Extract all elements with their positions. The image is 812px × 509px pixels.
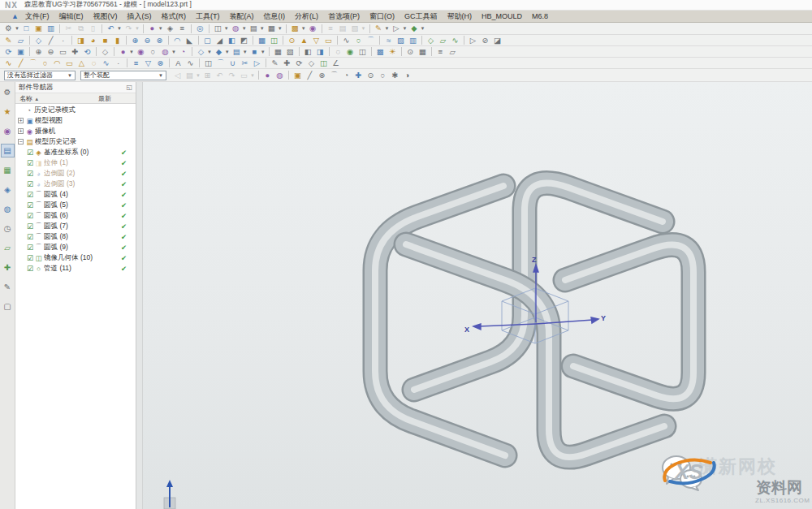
tree-item[interactable]: ☑⌒圆弧 (7)✔ [15, 221, 136, 231]
snap-midpoint-button[interactable]: ╱ [304, 71, 316, 80]
display-sphere-button[interactable]: ● [146, 24, 158, 33]
wcs-triad[interactable] [164, 480, 175, 509]
selection-filter-dropdown[interactable]: 没有选择过滤器 ▼ [4, 71, 76, 80]
dropdown-arrow-icon[interactable]: ▼ [301, 26, 306, 31]
command-finder-button[interactable]: ◎ [194, 24, 206, 33]
dropdown-arrow-icon[interactable]: ▼ [224, 26, 229, 31]
edge-blend-button[interactable]: ◠ [171, 36, 184, 45]
dropdown-arrow-icon[interactable]: ▼ [361, 26, 366, 31]
save-button[interactable]: ▥ [45, 24, 57, 33]
edit-parameters-button[interactable]: ✎ [269, 58, 281, 68]
menu-item[interactable]: 装配(A) [224, 11, 258, 22]
window-tile-button[interactable]: ▱ [447, 47, 459, 57]
isometric-view-button[interactable]: ◆ [213, 47, 225, 57]
sweep-button[interactable]: ⌒ [365, 36, 377, 45]
line-button[interactable]: ╱ [15, 58, 27, 68]
tree-item[interactable]: ☑⌒圆弧 (6)✔ [15, 210, 136, 221]
notes-icon[interactable]: ✎ [1, 280, 15, 294]
replace-face-button[interactable]: ◪ [491, 36, 503, 45]
intersect-button[interactable]: ⊗ [153, 36, 166, 45]
dropdown-arrow-icon[interactable]: ▼ [243, 50, 248, 54]
hide-button[interactable]: ◌ [332, 47, 344, 57]
trimetric-view-button[interactable]: ◇ [195, 47, 207, 57]
dropdown-arrow-icon[interactable]: ▼ [420, 26, 425, 31]
front-view-button[interactable]: ■ [248, 47, 261, 57]
feature-checkbox[interactable]: ☑ [27, 233, 33, 241]
shaded-edges-button[interactable]: ◉ [135, 47, 147, 57]
menu-item[interactable]: 视图(V) [88, 11, 122, 22]
dropdown-arrow-icon[interactable]: ▼ [225, 50, 230, 54]
tree-item[interactable]: +◉摄像机 [15, 126, 136, 136]
unite-button[interactable]: ⊕ [129, 36, 141, 45]
dropdown-arrow-icon[interactable]: ▼ [171, 50, 176, 54]
feature-checkbox[interactable]: ☑ [27, 170, 33, 178]
clip-section-button[interactable]: ◧ [302, 47, 314, 57]
delete-face-button[interactable]: ⊘ [479, 36, 491, 45]
touch-mode-button[interactable]: ≡ [176, 24, 188, 33]
dropdown-arrow-icon[interactable]: ▼ [15, 26, 19, 31]
show-dimensions-button[interactable]: ∠ [330, 58, 342, 68]
through-curves-button[interactable]: ∿ [449, 36, 461, 45]
tree-item[interactable]: ☑○管道 (11)✔ [15, 263, 136, 274]
edit-object-button[interactable]: ▨ [349, 24, 361, 33]
snap-point-button[interactable]: ⊙ [404, 47, 417, 57]
tube-button[interactable]: ○ [352, 36, 365, 45]
extrude-button[interactable]: ◨ [75, 36, 87, 45]
refresh-button[interactable]: ⟳ [2, 47, 15, 57]
thicken-button[interactable]: ▥ [407, 36, 419, 45]
selection-box-button[interactable]: ◈ [164, 24, 176, 33]
materials-icon[interactable]: ▢ [1, 300, 15, 313]
expand-icon[interactable]: + [18, 118, 24, 123]
tree-item[interactable]: ☑◨拉伸 (1)✔ [15, 157, 136, 168]
manufacturing-wizard-icon[interactable]: ✚ [1, 261, 15, 274]
shaded-button[interactable]: ● [117, 47, 129, 57]
dropdown-arrow-icon[interactable]: ▼ [158, 26, 163, 31]
patch-button[interactable]: ▨ [395, 36, 407, 45]
snap-existing-point-button[interactable]: ○ [377, 71, 389, 80]
feature-checkbox[interactable]: ☑ [27, 149, 33, 157]
filter-top-button[interactable]: ▤ [184, 71, 196, 80]
navigator-column-header[interactable]: 名称 ▲ 最新 [15, 93, 136, 104]
menu-item[interactable]: 文件(F) [20, 11, 54, 22]
menu-item[interactable]: M6.8 [527, 12, 553, 20]
history-icon[interactable]: ◷ [1, 222, 15, 235]
tree-item[interactable]: +▣模型视图 [15, 115, 136, 126]
layout-button[interactable]: ▤ [248, 24, 260, 33]
collapse-icon[interactable]: − [18, 139, 24, 145]
move-object-button[interactable]: ✚ [281, 58, 293, 68]
start-menu-button[interactable]: ⚙ [2, 24, 15, 33]
section-view-button[interactable]: ◨ [314, 47, 326, 57]
draft-button[interactable]: ◢ [214, 36, 226, 45]
pad-button[interactable]: ▭ [322, 36, 335, 45]
feature-checkbox[interactable]: ☑ [27, 159, 33, 167]
feature-checkbox[interactable]: ☑ [27, 222, 33, 231]
menu-item[interactable]: 窗口(O) [365, 11, 400, 22]
information-button[interactable]: ≡ [434, 47, 447, 57]
datum-axis-button[interactable]: ╱ [45, 36, 57, 45]
web-browser-icon[interactable]: ◍ [1, 202, 15, 216]
feature-checkbox[interactable]: ☑ [27, 201, 33, 209]
annotate-button[interactable]: ✎ [373, 24, 385, 33]
new-button[interactable]: □ [20, 24, 32, 33]
bridge-curve-button[interactable]: ⌒ [214, 58, 227, 68]
dropdown-arrow-icon[interactable]: ▼ [402, 26, 407, 31]
dropdown-arrow-icon[interactable]: ▼ [129, 50, 134, 54]
thread-button[interactable]: ∿ [340, 36, 352, 45]
menu-item[interactable]: 首选项(P) [323, 11, 365, 22]
dropdown-arrow-icon[interactable]: ▼ [242, 26, 247, 31]
menu-item[interactable]: 分析(L) [290, 11, 323, 22]
tree-item[interactable]: ☑◈基准坐标系 (0)✔ [15, 147, 136, 157]
visible-layers-button[interactable]: ▧ [284, 47, 296, 57]
highlight-ball-button[interactable]: ● [261, 71, 274, 80]
select-previous-button[interactable]: ◁ [171, 71, 184, 80]
snap-half-button[interactable]: ◑ [401, 71, 413, 80]
hole-button[interactable]: ⊙ [286, 36, 298, 45]
invert-shown-button[interactable]: ◫ [356, 47, 369, 57]
paste-button[interactable]: ▯ [87, 24, 99, 33]
zoom-box-button[interactable]: ▭ [57, 47, 69, 57]
feature-checkbox[interactable]: ☑ [27, 265, 33, 273]
tree-item[interactable]: ☑⌒圆弧 (5)✔ [15, 200, 136, 210]
tree-item[interactable]: ☑◫镜像几何体 (10)✔ [15, 252, 136, 263]
navigation-gear-icon[interactable]: ⚙ [1, 85, 15, 99]
undo-button[interactable]: ↶ [105, 24, 117, 33]
